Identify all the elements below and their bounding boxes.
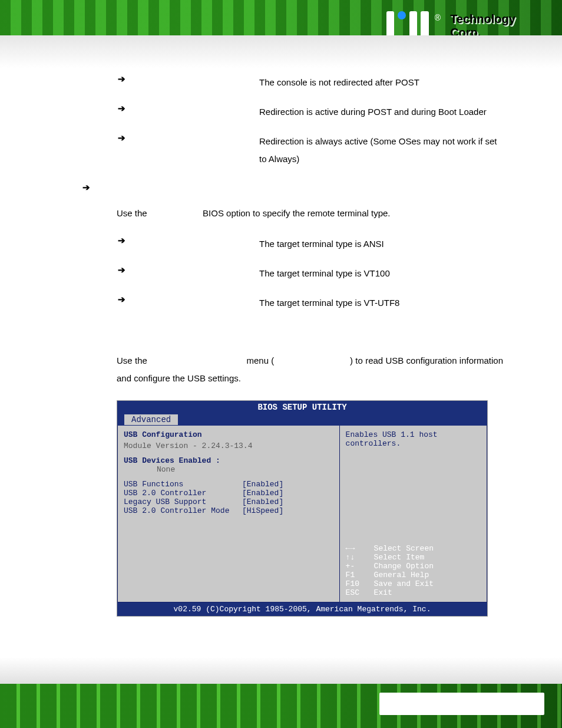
bios-help-keys: ←→Select Screen ↑↓Select Item +-Change O… [346, 544, 481, 597]
help-key: ↑↓ [346, 553, 366, 562]
logo-pillar [409, 11, 417, 41]
setting-key: USB 2.0 Controller [124, 489, 242, 498]
list-item: ➔ The target terminal type is VT-UTF8 [118, 294, 503, 312]
page-content: ➔ The console is not redirected after PO… [0, 74, 562, 617]
help-label: Select Screen [374, 544, 434, 553]
logo-pillar [386, 11, 394, 41]
arrow-icon: ➔ [118, 235, 259, 246]
bios-footer: v02.59 (C)Copyright 1985-2005, American … [117, 602, 487, 616]
bios-right-panel: Enables USB 1.1 host controllers. ←→Sele… [340, 426, 487, 602]
help-line: F10Save and Exit [346, 579, 481, 588]
logo-pillar [421, 11, 428, 41]
arrow-icon: ➔ [118, 103, 259, 114]
text: BIOS option to specify the remote termin… [203, 208, 391, 218]
bios-module-version: Module Version - 2.24.3-13.4 [124, 442, 333, 450]
option-text: The console is not redirected after POST [259, 74, 503, 91]
setting-value: [Enabled] [242, 480, 333, 489]
usb-config-intro: Use the menu ( ) to read USB configurati… [117, 352, 503, 387]
section-arrow-icon: ➔ [82, 182, 503, 193]
registered-mark: ® [435, 13, 441, 22]
brand-logo: ® Technology Corp. [386, 8, 546, 44]
setting-value: [Enabled] [242, 498, 333, 506]
footer-label-box [379, 693, 544, 715]
bios-tab-bar: Advanced [117, 414, 487, 426]
bios-section-title: USB Configuration [124, 430, 333, 439]
option-text: Redirection is always active (Some OSes … [259, 133, 503, 168]
setting-key: USB 2.0 Controller Mode [124, 506, 242, 515]
footer-banner [0, 657, 562, 728]
help-key: ESC [346, 588, 366, 597]
help-line: ↑↓Select Item [346, 553, 481, 562]
setting-key: USB Functions [124, 480, 242, 489]
bios-tab-advanced: Advanced [124, 414, 178, 425]
help-label: Save and Exit [374, 579, 434, 588]
help-line: ESCExit [346, 588, 481, 597]
bios-body: USB Configuration Module Version - 2.24.… [117, 426, 487, 602]
list-item: ➔ The console is not redirected after PO… [118, 74, 503, 91]
option-text: Redirection is active during POST and du… [259, 103, 503, 121]
help-key: F1 [346, 571, 366, 579]
text: menu ( [247, 355, 275, 365]
help-label: Select Item [374, 553, 425, 562]
help-label: Change Option [374, 562, 434, 571]
arrow-icon: ➔ [118, 265, 259, 275]
bios-setting-row: Legacy USB Support [Enabled] [124, 498, 333, 506]
help-label: General Help [374, 571, 429, 579]
header-banner: ® Technology Corp. [0, 0, 562, 68]
list-item: ➔ The target terminal type is ANSI [118, 235, 503, 253]
bios-setting-row: USB 2.0 Controller [Enabled] [124, 489, 333, 498]
bios-title: BIOS SETUP UTILITY [117, 401, 487, 414]
text: ) to read USB configuration information … [117, 355, 503, 383]
option-text: The target terminal type is ANSI [259, 235, 503, 253]
help-key: ←→ [346, 544, 366, 553]
redirection-options-list: ➔ The console is not redirected after PO… [118, 74, 503, 168]
list-item: ➔ Redirection is always active (Some OSe… [118, 133, 503, 168]
terminal-type-options-list: ➔ The target terminal type is ANSI ➔ The… [118, 235, 503, 312]
bios-setting-row: USB Functions [Enabled] [124, 480, 333, 489]
bios-left-panel: USB Configuration Module Version - 2.24.… [117, 426, 340, 602]
arrow-icon: ➔ [118, 294, 259, 305]
help-line: ←→Select Screen [346, 544, 481, 553]
bios-setting-row: USB 2.0 Controller Mode [HiSpeed] [124, 506, 333, 515]
text: Use the [117, 355, 147, 365]
arrow-icon: ➔ [118, 133, 259, 143]
bios-devices-label: USB Devices Enabled : [124, 456, 333, 465]
list-item: ➔ Redirection is active during POST and … [118, 103, 503, 121]
option-text: The target terminal type is VT100 [259, 265, 503, 282]
logo-dot [398, 11, 405, 19]
help-line: +-Change Option [346, 562, 481, 571]
bios-devices-value: None [157, 465, 333, 474]
help-label: Exit [374, 588, 392, 597]
help-key: F10 [346, 579, 366, 588]
setting-value: [Enabled] [242, 489, 333, 498]
text: Use the [117, 208, 147, 218]
bios-screenshot: BIOS SETUP UTILITY Advanced USB Configur… [117, 400, 488, 617]
option-text: The target terminal type is VT-UTF8 [259, 294, 503, 312]
help-key: +- [346, 562, 366, 571]
brand-text: Technology Corp. [450, 12, 546, 39]
arrow-icon: ➔ [118, 74, 259, 84]
bios-help-text: Enables USB 1.1 host controllers. [346, 430, 481, 448]
list-item: ➔ The target terminal type is VT100 [118, 265, 503, 282]
terminal-type-intro: Use the BIOS option to specify the remot… [117, 205, 503, 222]
setting-key: Legacy USB Support [124, 498, 242, 506]
help-line: F1General Help [346, 571, 481, 579]
setting-value: [HiSpeed] [242, 506, 333, 515]
